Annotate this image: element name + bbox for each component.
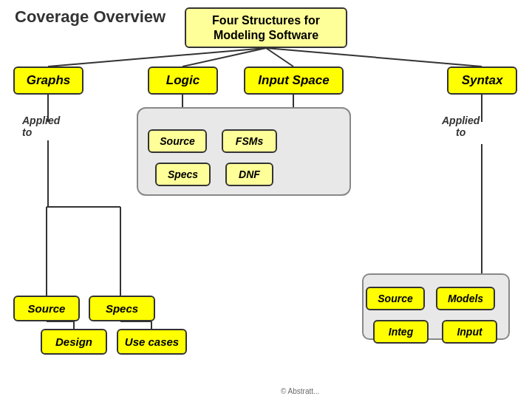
models-syntax-box: Models <box>436 287 495 310</box>
specs-inner-box: Specs <box>155 163 211 186</box>
applied-to-graphs-label: Applied to <box>22 115 60 138</box>
source-inner-box: Source <box>148 129 207 153</box>
logic-box: Logic <box>148 66 218 95</box>
svg-line-2 <box>266 48 293 66</box>
dnf-box: DNF <box>225 163 273 186</box>
svg-line-1 <box>183 48 266 66</box>
graphs-box: Graphs <box>13 66 83 95</box>
syntax-box: Syntax <box>447 66 517 95</box>
top-box: Four Structures for Modeling Software <box>185 7 347 48</box>
svg-line-0 <box>48 48 266 66</box>
copyright-text: © Abstratt... <box>281 387 319 395</box>
fsms-box: FSMs <box>222 129 277 153</box>
input-syntax-box: Input <box>442 320 497 344</box>
design-bottom-box: Design <box>41 329 107 355</box>
source-syntax-box: Source <box>366 287 425 310</box>
inputspace-box: Input Space <box>244 66 344 95</box>
integ-syntax-box: Integ <box>373 320 429 344</box>
specs-bottom-box: Specs <box>89 296 155 321</box>
usecases-bottom-box: Use cases <box>117 329 187 355</box>
source-bottom-box: Source <box>13 296 80 321</box>
svg-line-3 <box>266 48 482 66</box>
applied-to-syntax-label: Applied to <box>442 115 480 138</box>
